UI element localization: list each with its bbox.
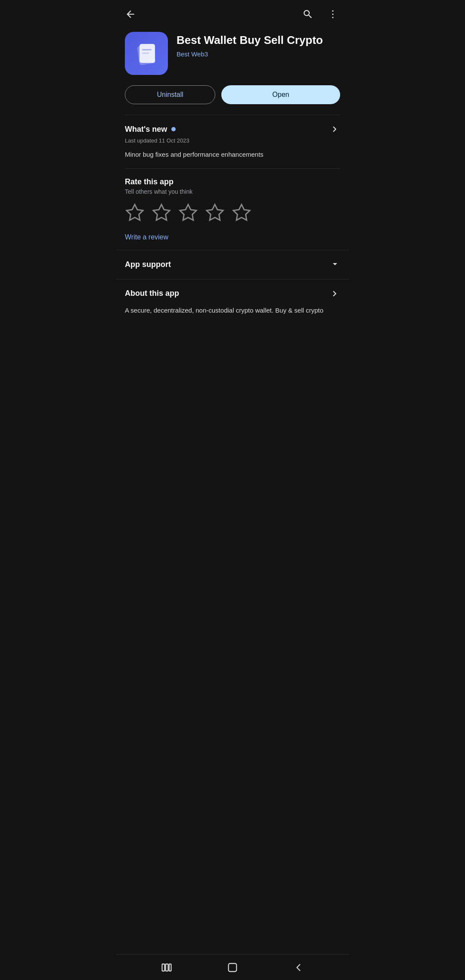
- about-arrow-right-icon: [329, 288, 340, 299]
- app-support-expand-button[interactable]: [330, 259, 340, 270]
- svg-rect-15: [229, 963, 237, 971]
- whats-new-header: What's new: [125, 124, 340, 135]
- action-buttons: Uninstall Open: [116, 84, 349, 115]
- about-app-title: About this app: [125, 289, 179, 298]
- bottom-spacer: [116, 324, 349, 358]
- svg-marker-9: [180, 204, 196, 220]
- svg-marker-10: [207, 204, 223, 220]
- app-info: Best Wallet Buy Sell Crypto Best Web3: [177, 32, 340, 58]
- app-icon-graphic: [133, 40, 161, 68]
- nav-home-button[interactable]: [226, 961, 239, 974]
- star-2-button[interactable]: [152, 203, 171, 224]
- bottom-nav: [116, 954, 349, 980]
- chevron-down-icon: [330, 259, 340, 269]
- app-support-title: App support: [125, 260, 171, 269]
- svg-marker-11: [233, 204, 250, 220]
- svg-point-1: [332, 13, 333, 15]
- arrow-right-icon: [329, 124, 340, 135]
- more-options-button[interactable]: [326, 7, 340, 22]
- star-4-icon: [205, 203, 225, 223]
- whats-new-title-row: What's new: [125, 125, 176, 134]
- app-developer: Best Web3: [177, 50, 340, 58]
- svg-point-0: [332, 10, 333, 12]
- rate-subtitle: Tell others what you think: [125, 188, 340, 195]
- back-icon: [125, 9, 136, 20]
- about-app-arrow-button[interactable]: [329, 288, 340, 299]
- new-indicator-dot: [171, 127, 176, 131]
- app-title: Best Wallet Buy Sell Crypto: [177, 34, 340, 47]
- write-review-button[interactable]: Write a review: [125, 233, 168, 241]
- open-button[interactable]: Open: [221, 85, 340, 104]
- recents-icon: [161, 961, 173, 974]
- whats-new-body: Minor bug fixes and performance enhancem…: [125, 150, 340, 160]
- search-button[interactable]: [301, 7, 315, 22]
- home-icon: [226, 961, 239, 974]
- star-1-icon: [125, 203, 145, 223]
- rate-title: Rate this app: [125, 177, 340, 186]
- about-app-header: About this app: [125, 288, 340, 299]
- app-header: Best Wallet Buy Sell Crypto Best Web3: [116, 25, 349, 84]
- top-bar-right: [301, 7, 340, 22]
- star-2-icon: [152, 203, 171, 223]
- nav-back-button[interactable]: [292, 961, 304, 974]
- app-icon: [125, 32, 168, 75]
- nav-back-icon: [292, 961, 304, 974]
- svg-marker-7: [127, 204, 143, 220]
- svg-rect-14: [169, 964, 171, 971]
- star-3-icon: [178, 203, 198, 223]
- back-button[interactable]: [123, 7, 138, 22]
- more-options-icon: [327, 9, 338, 20]
- search-icon: [302, 9, 313, 20]
- about-app-body: A secure, decentralized, non-custodial c…: [125, 305, 340, 315]
- stars-row: [125, 203, 340, 224]
- top-bar: [116, 0, 349, 25]
- top-bar-left: [123, 7, 138, 22]
- uninstall-button[interactable]: Uninstall: [125, 85, 215, 104]
- svg-rect-13: [165, 964, 168, 971]
- star-5-icon: [232, 203, 251, 223]
- star-1-button[interactable]: [125, 203, 145, 224]
- nav-recents-button[interactable]: [161, 961, 173, 974]
- svg-rect-12: [162, 964, 164, 971]
- star-5-button[interactable]: [232, 203, 251, 224]
- svg-rect-5: [142, 49, 152, 50]
- star-4-button[interactable]: [205, 203, 225, 224]
- whats-new-section: What's new Last updated 11 Oct 2023 Mino…: [116, 115, 349, 168]
- app-support-section[interactable]: App support: [116, 250, 349, 279]
- svg-rect-6: [142, 53, 149, 54]
- about-app-section: About this app A secure, decentralized, …: [116, 279, 349, 324]
- whats-new-arrow-button[interactable]: [329, 124, 340, 135]
- svg-marker-8: [153, 204, 170, 220]
- rate-app-section: Rate this app Tell others what you think: [116, 169, 349, 250]
- star-3-button[interactable]: [178, 203, 198, 224]
- svg-point-2: [332, 17, 333, 18]
- whats-new-title: What's new: [125, 125, 167, 134]
- whats-new-date: Last updated 11 Oct 2023: [125, 137, 340, 144]
